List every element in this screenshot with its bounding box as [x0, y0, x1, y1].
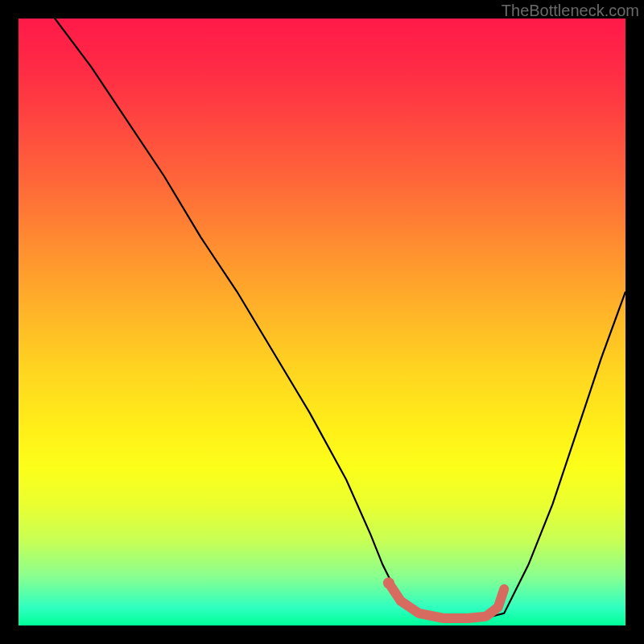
plot-area [19, 19, 625, 625]
bottleneck-curve [19, 19, 625, 619]
curve-svg [19, 19, 625, 625]
highlight-start-dot [383, 577, 394, 588]
chart-frame: TheBottleneck.com [0, 0, 644, 644]
highlight-segment [389, 583, 504, 618]
watermark-text: TheBottleneck.com [502, 2, 639, 20]
